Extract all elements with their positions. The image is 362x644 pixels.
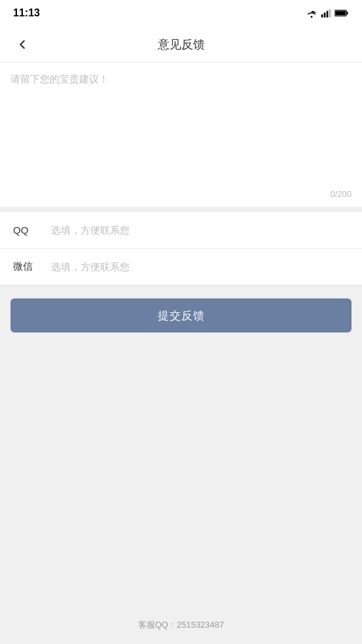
wechat-label: 微信 <box>13 260 46 273</box>
bottom-area <box>0 346 362 529</box>
footer: 客服QQ：2515323487 <box>0 619 362 631</box>
battery-icon <box>335 9 349 17</box>
contact-section: QQ 微信 <box>0 212 362 285</box>
feedback-textarea[interactable] <box>10 73 352 191</box>
status-icons <box>306 9 349 18</box>
svg-rect-6 <box>335 11 346 16</box>
wifi-icon <box>306 9 317 18</box>
header: 意见反馈 <box>0 26 362 63</box>
svg-rect-0 <box>321 14 323 18</box>
status-time: 11:13 <box>13 7 40 19</box>
submit-section: 提交反馈 <box>0 285 362 346</box>
svg-rect-1 <box>324 12 326 17</box>
qq-label: QQ <box>13 224 46 236</box>
status-bar: 11:13 <box>0 0 362 26</box>
svg-rect-2 <box>327 11 329 18</box>
back-button[interactable] <box>10 33 34 56</box>
signal-icon <box>321 9 331 18</box>
back-icon <box>15 37 29 52</box>
qq-input[interactable] <box>51 224 349 236</box>
footer-text: 客服QQ：2515323487 <box>138 620 225 630</box>
section-divider <box>0 207 362 212</box>
page-title: 意见反馈 <box>158 37 205 52</box>
qq-row: QQ <box>0 212 362 249</box>
svg-rect-3 <box>329 9 331 18</box>
svg-rect-5 <box>346 12 348 14</box>
wechat-input[interactable] <box>51 261 349 272</box>
char-count: 0/200 <box>330 189 352 199</box>
wechat-row: 微信 <box>0 249 362 285</box>
feedback-section: 0/200 <box>0 63 362 207</box>
submit-button[interactable]: 提交反馈 <box>10 298 352 332</box>
